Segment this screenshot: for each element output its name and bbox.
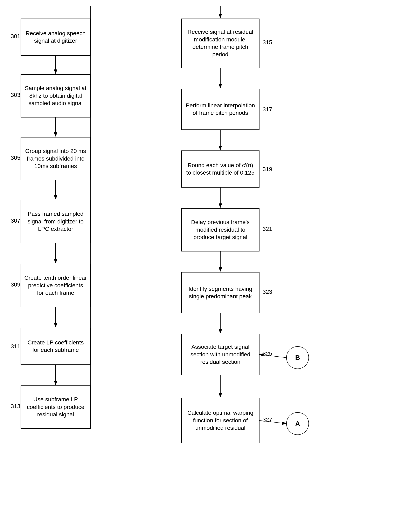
label-305: 305 bbox=[11, 155, 20, 161]
box-325: Associate target signal section with unm… bbox=[181, 334, 260, 375]
box-317: Perform linear interpolation of frame pi… bbox=[181, 89, 260, 130]
label-325: 325 bbox=[263, 350, 272, 357]
box-327: Calculate optimal warping function for s… bbox=[181, 398, 260, 443]
diagram-container: Receive analog speech signal at digitize… bbox=[0, 0, 402, 532]
box-305: Group signal into 20 ms frames subdivide… bbox=[21, 137, 91, 180]
box-311: Create LP coefficients for each subframe bbox=[21, 328, 91, 365]
label-313: 313 bbox=[11, 403, 20, 410]
circle-A: A bbox=[286, 412, 309, 435]
label-301: 301 bbox=[11, 33, 20, 40]
box-303: Sample analog signal at 8khz to obtain d… bbox=[21, 74, 91, 118]
label-317: 317 bbox=[263, 106, 272, 113]
box-323: Identify segments having single predomin… bbox=[181, 272, 260, 313]
label-307: 307 bbox=[11, 217, 20, 224]
label-315: 315 bbox=[263, 39, 272, 46]
box-307: Pass framed sampled signal from digitize… bbox=[21, 200, 91, 243]
box-309: Create tenth order linear predictive coe… bbox=[21, 264, 91, 307]
box-319: Round each value of c'(n) to closest mul… bbox=[181, 151, 260, 188]
label-311: 311 bbox=[11, 343, 20, 350]
box-315: Receive signal at residual modification … bbox=[181, 19, 260, 68]
box-301: Receive analog speech signal at digitize… bbox=[21, 19, 91, 56]
label-327: 327 bbox=[263, 416, 272, 423]
circle-B: B bbox=[286, 346, 309, 369]
box-321: Delay previous frame's modified residual… bbox=[181, 208, 260, 252]
label-309: 309 bbox=[11, 281, 20, 288]
label-323: 323 bbox=[263, 289, 272, 295]
box-313: Use subframe LP coefficients to produce … bbox=[21, 386, 91, 429]
label-319: 319 bbox=[263, 166, 272, 172]
label-303: 303 bbox=[11, 92, 20, 98]
label-321: 321 bbox=[263, 226, 272, 232]
